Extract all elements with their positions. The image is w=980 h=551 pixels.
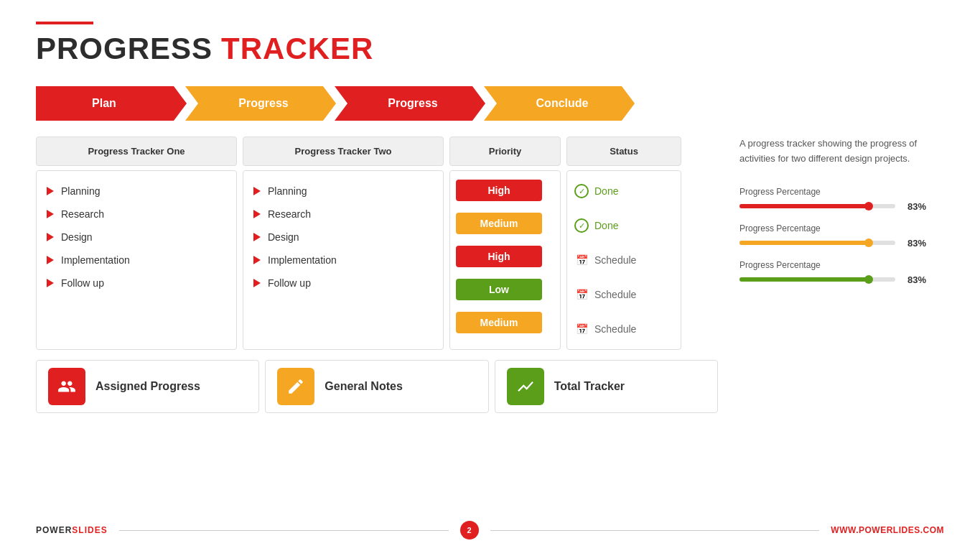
priority-badge: Low — [456, 279, 542, 300]
priority-badge: Medium — [456, 213, 542, 234]
page-title: PROGRESS TRACKER — [36, 32, 944, 66]
status-item: 📅 Schedule — [574, 318, 673, 341]
progress-pct-2: 83% — [901, 238, 926, 249]
task-arrow-icon — [47, 233, 54, 241]
col-priority: High Medium High Low Medium — [449, 170, 561, 350]
assigned-progress-icon — [48, 368, 85, 405]
assigned-progress-label: Assigned Progress — [95, 380, 200, 393]
status-item: 📅 Schedule — [574, 283, 673, 306]
page: PROGRESS TRACKER Plan Progress Progress … — [0, 0, 980, 551]
progress-track-2 — [739, 241, 895, 245]
steps-row: Plan Progress Progress Conclude — [36, 86, 944, 121]
step-progress1: Progress — [185, 86, 336, 121]
task-arrow-icon — [253, 256, 261, 264]
task-item: Design — [253, 226, 433, 249]
priority-badge: High — [456, 180, 542, 201]
progress-row-2: 83% — [739, 238, 926, 249]
task-item: Planning — [47, 180, 226, 203]
general-notes-label: General Notes — [325, 380, 402, 393]
step-plan: Plan — [36, 86, 187, 121]
title-progress: PROGRESS — [36, 32, 213, 66]
col-tracker-one: Planning Research Design Implementation — [36, 170, 237, 350]
col-header-two: Progress Tracker Two — [243, 136, 444, 166]
task-item: Implementation — [253, 249, 433, 272]
progress-label-1: Progress Percentage — [739, 187, 926, 197]
step-conclude: Conclude — [484, 86, 635, 121]
progress-section-2: Progress Percentage 83% — [739, 223, 926, 249]
schedule-icon: 📅 — [574, 253, 589, 267]
progress-section-3: Progress Percentage 83% — [739, 260, 926, 285]
schedule-icon: 📅 — [574, 287, 589, 302]
task-arrow-icon — [47, 256, 54, 264]
main-content: Progress Tracker One Progress Tracker Tw… — [36, 136, 944, 413]
progress-track-3 — [739, 277, 895, 282]
footer-url: WWW.POWERLIDES.COM — [831, 525, 944, 535]
progress-dot-3 — [864, 275, 873, 284]
task-arrow-icon — [47, 279, 54, 287]
progress-dot-1 — [864, 202, 873, 210]
done-icon: ✓ — [574, 184, 589, 198]
progress-pct-1: 83% — [901, 201, 926, 212]
description-text: A progress tracker showing the progress … — [739, 136, 926, 167]
footer-page-number: 2 — [460, 521, 479, 540]
footer: POWERSLIDES 2 WWW.POWERLIDES.COM — [36, 521, 944, 540]
priority-badge: Medium — [456, 312, 542, 333]
table-body: Planning Research Design Implementation — [36, 170, 718, 350]
task-arrow-icon — [47, 210, 54, 218]
col-tracker-two: Planning Research Design Implementation — [243, 170, 444, 350]
header-accent-line — [36, 22, 93, 24]
progress-row-3: 83% — [739, 274, 926, 285]
task-item: Research — [253, 203, 433, 226]
task-item: Implementation — [47, 249, 226, 272]
footer-line-left — [119, 530, 449, 531]
status-item: ✓ Done — [574, 214, 673, 237]
task-arrow-icon — [253, 279, 261, 287]
progress-fill-1 — [739, 204, 869, 208]
status-item: 📅 Schedule — [574, 249, 673, 272]
col-status: ✓ Done ✓ Done 📅 Schedule 📅 Schedule — [566, 170, 681, 350]
footer-line-right — [490, 530, 820, 531]
step-progress2: Progress — [335, 86, 485, 121]
priority-badge: High — [456, 246, 542, 267]
status-item: ✓ Done — [574, 180, 673, 203]
task-arrow-icon — [253, 187, 261, 195]
progress-pct-3: 83% — [901, 274, 926, 285]
progress-label-2: Progress Percentage — [739, 223, 926, 233]
general-notes-card: General Notes — [265, 360, 488, 413]
progress-dot-2 — [864, 239, 873, 247]
task-arrow-icon — [253, 210, 261, 218]
task-arrow-icon — [47, 187, 54, 195]
assigned-progress-card: Assigned Progress — [36, 360, 259, 413]
progress-section-1: Progress Percentage 83% — [739, 187, 926, 212]
step-progress2-label: Progress — [388, 97, 437, 110]
brand-power: POWER — [36, 525, 72, 535]
task-item: Follow up — [47, 272, 226, 295]
task-item: Follow up — [253, 272, 433, 295]
brand-slides: SLIDES — [72, 525, 107, 535]
task-item: Design — [47, 226, 226, 249]
title-tracker: TRACKER — [221, 32, 373, 66]
progress-fill-3 — [739, 277, 869, 282]
total-tracker-label: Total Tracker — [554, 380, 625, 393]
step-plan-label: Plan — [92, 97, 116, 110]
schedule-icon: 📅 — [574, 322, 589, 336]
col-header-one: Progress Tracker One — [36, 136, 237, 166]
bottom-cards: Assigned Progress General Notes — [36, 360, 718, 413]
footer-brand: POWERSLIDES — [36, 525, 108, 535]
task-item: Research — [47, 203, 226, 226]
col-header-status: Status — [566, 136, 681, 166]
done-icon: ✓ — [574, 218, 589, 233]
progress-track-1 — [739, 204, 895, 208]
task-arrow-icon — [253, 233, 261, 241]
step-progress1-label: Progress — [238, 97, 288, 110]
table-area: Progress Tracker One Progress Tracker Tw… — [36, 136, 718, 413]
progress-label-3: Progress Percentage — [739, 260, 926, 270]
step-conclude-label: Conclude — [536, 97, 589, 110]
task-item: Planning — [253, 180, 433, 203]
progress-row-1: 83% — [739, 201, 926, 212]
right-panel: A progress tracker showing the progress … — [725, 136, 926, 297]
progress-fill-2 — [739, 241, 869, 245]
general-notes-icon — [277, 368, 314, 405]
column-headers: Progress Tracker One Progress Tracker Tw… — [36, 136, 718, 166]
col-header-priority: Priority — [449, 136, 561, 166]
